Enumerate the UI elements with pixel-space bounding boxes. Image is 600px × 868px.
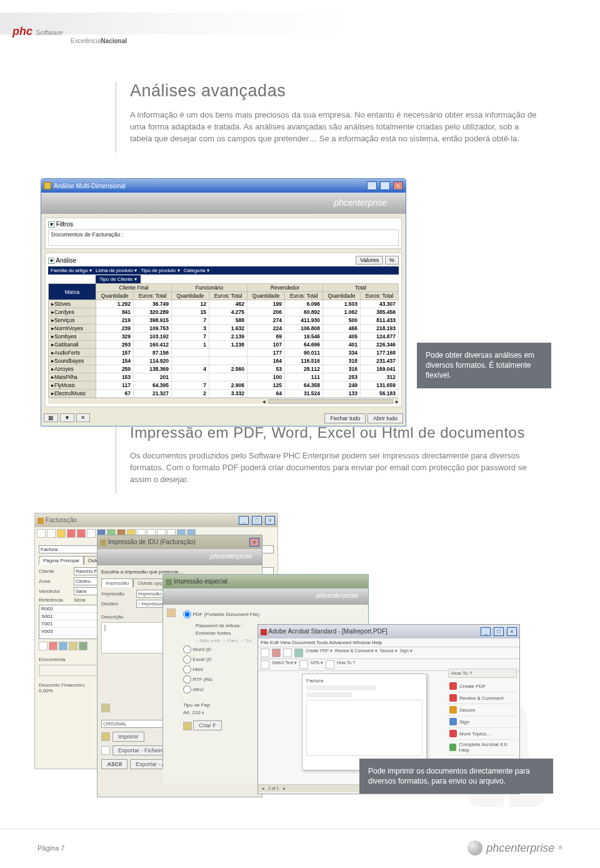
word-radio[interactable]: [183, 645, 191, 654]
doc-icon[interactable]: [101, 704, 110, 712]
adobe-page-preview: Factura: [302, 674, 427, 770]
edit-icon[interactable]: [59, 642, 68, 650]
tab-pagina-principal[interactable]: Página Principal: [39, 556, 84, 565]
section2-title: Impressão em PDF, Word, Excel ou Html de…: [130, 424, 541, 442]
format-icon[interactable]: [167, 608, 176, 617]
pivot-dimensions[interactable]: Família do artigo ▾ Linha de produto ▾ T…: [48, 266, 399, 275]
remove-icon[interactable]: [49, 642, 58, 650]
cut-icon[interactable]: [77, 529, 86, 538]
page-number: Página 7: [38, 844, 64, 852]
table-row-marca[interactable]: ▸FlyMusic: [49, 381, 96, 390]
copy-icon[interactable]: [87, 529, 96, 538]
table-row-marca[interactable]: ▸AudioFerts: [49, 349, 96, 357]
printer-icon[interactable]: [101, 732, 110, 741]
table-row-marca[interactable]: ▸ElectrolMusic: [49, 390, 96, 398]
filtros-text[interactable]: Documentos de Facturação :: [48, 230, 399, 246]
table-row-marca[interactable]: ▸Sombyes: [49, 333, 96, 341]
imprimir-button[interactable]: Imprimir: [112, 732, 144, 742]
banner-brand: phcenterprise: [41, 193, 406, 214]
adobe-side-item[interactable]: Complete Acrobat 6.0 Help: [448, 740, 517, 755]
table-icon[interactable]: ▦: [44, 413, 58, 422]
table-row-marca[interactable]: ▸NormiVoyes: [49, 325, 96, 333]
section-impressao: Impressão em PDF, Word, Excel ou Html de…: [116, 424, 541, 493]
adobe-side-item[interactable]: Sign: [448, 716, 517, 728]
table-row-marca[interactable]: ▸Soundbayes: [49, 357, 96, 365]
brand-logo-sub: Software: [36, 29, 62, 36]
select-icon[interactable]: [261, 660, 269, 669]
adobe-menu[interactable]: File Edit View Document Tools Advanced W…: [258, 638, 519, 647]
save-icon[interactable]: [37, 529, 46, 538]
open-icon[interactable]: [57, 529, 66, 538]
print-icon: [100, 540, 106, 546]
misc-icon[interactable]: [69, 642, 78, 650]
page-footer: Página 7 phcenterprise®: [0, 829, 600, 855]
maximize-icon[interactable]: □: [380, 181, 390, 190]
misc2-icon[interactable]: [79, 642, 88, 650]
collapse-icon[interactable]: ▾: [48, 221, 54, 228]
add-icon[interactable]: [39, 642, 48, 650]
create-icon[interactable]: [183, 722, 192, 730]
adobe-side-item[interactable]: Create PDF: [448, 680, 517, 692]
screenshot-analysis-window: Análise Multi-Dimensional _ □ × phcenter…: [41, 178, 406, 426]
valores-button[interactable]: Valores: [356, 256, 383, 265]
adobe-side-item[interactable]: More Topics…: [448, 728, 517, 740]
close-icon[interactable]: ×: [507, 627, 517, 636]
export-icon[interactable]: [101, 746, 110, 755]
print-icon[interactable]: [283, 648, 292, 657]
side-icon: [449, 706, 457, 714]
side-icon: [449, 744, 456, 751]
close-icon[interactable]: ×: [249, 538, 259, 547]
table-row-marca[interactable]: ▸Serviços: [49, 316, 96, 325]
abrir-tudo-button[interactable]: Abrir tudo: [368, 413, 403, 423]
html-radio[interactable]: [183, 665, 191, 674]
section-analises: Análises avançadas A informação é um dos…: [116, 81, 541, 153]
exportar-ficheiro-button[interactable]: Exportar - Ficheiro: [112, 745, 170, 755]
nitro-radio[interactable]: [183, 685, 191, 694]
table-row-marca[interactable]: ▸Stöves: [49, 300, 96, 308]
excel-radio[interactable]: [183, 655, 191, 664]
maximize-icon[interactable]: □: [252, 516, 262, 525]
rtf-radio[interactable]: [183, 675, 191, 684]
close-icon[interactable]: ×: [265, 516, 275, 525]
header-bar: [0, 13, 600, 34]
callout-analysis: Pode obter diversas análises em diversos…: [417, 343, 551, 388]
cube-icon: [44, 182, 51, 189]
analise-panel: ▾ Análise Valores % Família do artigo ▾ …: [45, 253, 402, 407]
brand-tagline: ExcelênciaNacional: [71, 38, 127, 44]
panel-icon[interactable]: ▾: [48, 258, 54, 264]
table-row-marca[interactable]: ▸Cordyes: [49, 308, 96, 316]
ascii-badge: ASCII: [101, 759, 128, 769]
adobe-side-item[interactable]: Secure: [448, 704, 517, 716]
side-icon: [449, 718, 457, 725]
section1-title: Análises avançadas: [130, 81, 541, 101]
pdf-radio[interactable]: [183, 610, 191, 618]
save-icon[interactable]: [272, 648, 281, 657]
tool-icon[interactable]: ✕: [76, 413, 90, 422]
page-icon[interactable]: [326, 660, 334, 669]
close-icon[interactable]: ×: [393, 181, 403, 190]
preview-icon[interactable]: [104, 625, 106, 632]
analysis-table: Marca Cliente Final Funcionário Revended…: [48, 283, 399, 398]
open-icon[interactable]: [261, 648, 269, 657]
delete-icon[interactable]: [67, 529, 76, 538]
maximize-icon[interactable]: □: [494, 627, 504, 636]
table-row-marca[interactable]: ▸Gabbanali: [49, 341, 96, 349]
table-row-marca[interactable]: ▸Azroyes: [49, 365, 96, 373]
zoom-icon[interactable]: [299, 660, 308, 669]
adobe-side-item[interactable]: Review & Comment: [448, 692, 517, 704]
fechar-tudo-button[interactable]: Fechar tudo: [324, 413, 366, 423]
new-icon[interactable]: [47, 529, 56, 538]
criar-button[interactable]: Criar F: [193, 720, 222, 730]
filter-icon[interactable]: ▼: [60, 413, 74, 422]
email-icon[interactable]: [294, 648, 303, 657]
minimize-icon[interactable]: _: [239, 516, 249, 525]
adobe-howto-pane: How To ? Create PDFReview & CommentSecur…: [448, 669, 517, 774]
section1-body: A informação é um dos bens mais precioso…: [130, 109, 541, 145]
minimize-icon[interactable]: _: [367, 181, 377, 190]
footer-logo: phcenterprise®: [468, 840, 562, 855]
brand-logo-text: phc: [12, 25, 32, 38]
minimize-icon[interactable]: _: [481, 627, 491, 636]
adobe-toolbar: Create PDF ▾ Review & Comment ▾ Secure ▾…: [258, 647, 519, 659]
percent-button[interactable]: %: [385, 256, 399, 265]
table-row-marca[interactable]: ▸MaisPilha: [49, 373, 96, 381]
